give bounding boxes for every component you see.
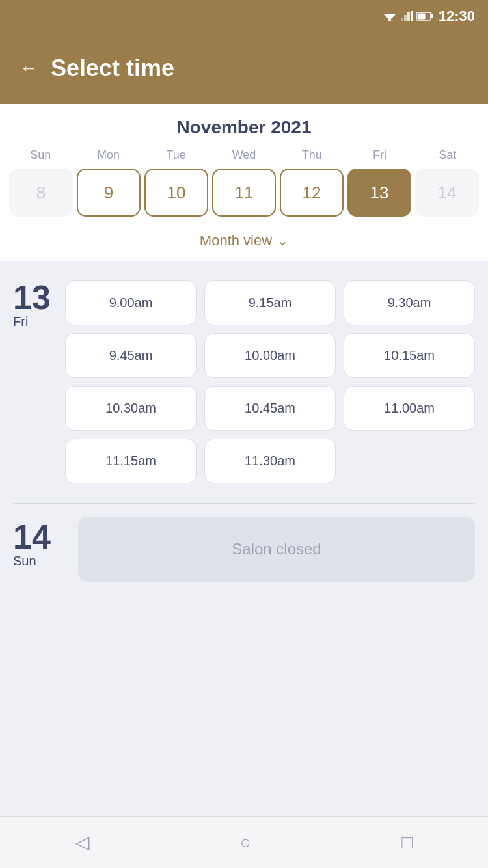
salon-closed-message: Salon closed <box>78 517 475 582</box>
time-slot-1130am[interactable]: 11.30am <box>204 439 336 483</box>
day-number-13: 13 <box>13 280 51 314</box>
date-8[interactable]: 8 <box>9 169 73 217</box>
wifi-icon <box>383 11 397 21</box>
time-slot-900am[interactable]: 9.00am <box>65 280 197 325</box>
nav-back-icon[interactable]: ◁ <box>75 832 90 853</box>
bottom-nav: ◁ ○ □ <box>0 816 488 868</box>
time-slot-1115am[interactable]: 11.15am <box>65 439 197 483</box>
svg-rect-4 <box>404 15 407 21</box>
back-button[interactable]: ← <box>20 59 38 77</box>
signal-icon <box>401 11 413 21</box>
page-title: Select time <box>51 55 174 82</box>
time-slot-915am[interactable]: 9.15am <box>204 280 336 325</box>
calendar-section: November 2021 Sun Mon Tue Wed Thu Fri Sa… <box>0 104 488 261</box>
svg-rect-9 <box>417 14 425 20</box>
time-slot-1015am[interactable]: 10.15am <box>344 333 475 378</box>
time-slot-930am[interactable]: 9.30am <box>344 280 475 325</box>
time-slot-1000am[interactable]: 10.00am <box>204 333 336 378</box>
time-slot-945am[interactable]: 9.45am <box>65 333 197 378</box>
chevron-down-icon: ⌄ <box>277 233 288 249</box>
header: ← Select time <box>0 33 488 104</box>
time-slot-1100am[interactable]: 11.00am <box>344 386 475 431</box>
day-block-13: 13 Fri 9.00am 9.15am 9.30am 9.45am 10.00… <box>0 274 488 496</box>
day-name-13: Fri <box>13 314 28 329</box>
date-11[interactable]: 11 <box>212 169 276 217</box>
week-dates-row: 8 9 10 11 12 13 14 <box>7 169 481 226</box>
date-13[interactable]: 13 <box>347 169 411 217</box>
section-divider <box>13 503 475 504</box>
salon-closed-row: 14 Sun Salon closed <box>13 517 475 582</box>
status-bar: 12:30 <box>0 0 488 33</box>
date-10[interactable]: 10 <box>144 169 208 217</box>
day-label-14: 14 Sun <box>13 520 65 569</box>
weekday-wed: Wed <box>210 148 278 162</box>
nav-recent-icon[interactable]: □ <box>401 832 413 853</box>
time-section: 13 Fri 9.00am 9.15am 9.30am 9.45am 10.00… <box>0 261 488 614</box>
day-name-14: Sun <box>13 554 36 569</box>
date-12[interactable]: 12 <box>280 169 344 217</box>
day-label-13: 13 Fri <box>13 280 65 329</box>
day-block-14: 14 Sun Salon closed <box>0 510 488 601</box>
month-view-label: Month view <box>200 232 272 249</box>
date-9[interactable]: 9 <box>77 169 141 217</box>
date-14[interactable]: 14 <box>415 169 479 217</box>
time-slot-1030am[interactable]: 10.30am <box>65 386 197 431</box>
time-slot-1045am[interactable]: 10.45am <box>204 386 336 431</box>
status-icons <box>383 11 433 21</box>
nav-home-icon[interactable]: ○ <box>240 832 251 853</box>
day-number-14: 14 <box>13 520 51 554</box>
week-days-row: Sun Mon Tue Wed Thu Fri Sat <box>7 148 481 162</box>
status-time: 12:30 <box>439 8 475 25</box>
battery-icon <box>416 12 433 21</box>
weekday-sun: Sun <box>7 148 74 162</box>
weekday-sat: Sat <box>414 148 481 162</box>
weekday-mon: Mon <box>74 148 142 162</box>
time-grid-13: 9.00am 9.15am 9.30am 9.45am 10.00am 10.1… <box>65 280 475 483</box>
month-year-label: November 2021 <box>7 117 481 138</box>
weekday-tue: Tue <box>142 148 210 162</box>
svg-rect-8 <box>431 14 433 18</box>
month-view-toggle[interactable]: Month view ⌄ <box>7 226 481 261</box>
svg-rect-5 <box>407 12 410 21</box>
weekday-thu: Thu <box>278 148 346 162</box>
svg-point-2 <box>388 19 391 21</box>
weekday-fri: Fri <box>346 148 413 162</box>
svg-rect-6 <box>411 11 413 21</box>
svg-rect-3 <box>401 18 403 21</box>
